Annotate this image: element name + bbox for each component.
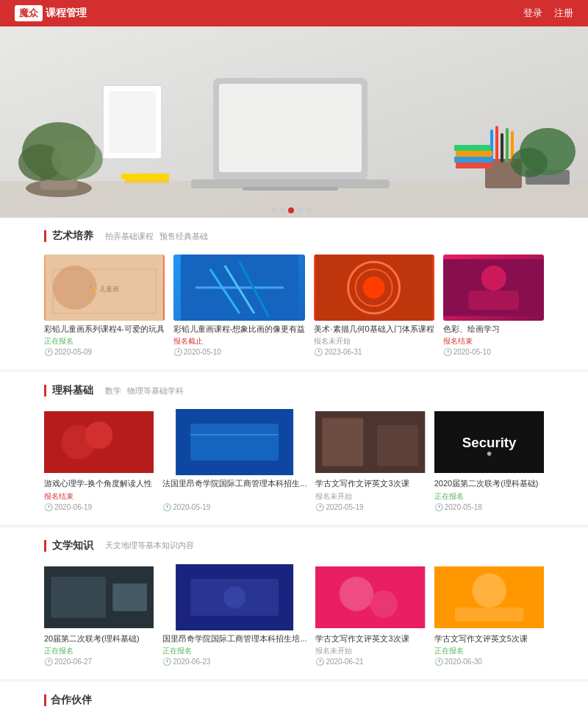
lit-card-1-date: 🕐2020-06-23 [162, 658, 306, 666]
svg-point-46 [363, 277, 385, 299]
login-link[interactable]: 登录 [523, 7, 542, 20]
art-card-3-status: 报名结束 [443, 336, 544, 346]
science-tag-1[interactable]: 物理等基础学科 [127, 385, 184, 396]
hero-banner [0, 26, 588, 218]
lit-card-3-img [434, 564, 544, 630]
clock-icon-8: 🕐 [44, 658, 53, 666]
lit-card-2-img [315, 564, 425, 630]
art-tag-0[interactable]: 拍弄基础课程 [105, 231, 154, 242]
art-card-1[interactable]: 彩铅儿童画课程-想象比画的像更有益 报名截止 🕐2020-05-10 [173, 255, 306, 356]
literature-section-header: 文学知识 天文地理等基本知识内容 [44, 535, 544, 557]
register-link[interactable]: 注册 [554, 7, 573, 20]
clock-icon-6: 🕐 [315, 503, 324, 511]
lit-card-3[interactable]: 学古文写作文评英文5次课 正在报名 🕐2020-06-30 [434, 564, 544, 666]
science-card-1[interactable]: 法国里昂奇学院国际工商管理本科招生... 🕐2020-05-19 [162, 409, 306, 511]
science-card-3[interactable]: Security 2020届第二次联考(理科基础) 正在报名 🕐2020-05-… [434, 409, 544, 511]
science-card-0-date: 🕐2020-06-19 [44, 503, 154, 511]
svg-rect-18 [506, 128, 509, 163]
art-card-0[interactable]: ✏️ 儿童画 彩铅儿童画系列课程4-可爱的玩具 正在报名 🕐2020-05-09 [44, 255, 165, 356]
svg-rect-17 [501, 133, 503, 163]
art-card-0-title: 彩铅儿童画系列课程4-可爱的玩具 [44, 324, 165, 335]
science-cards-grid: 游戏心理学-换个角度解读人性 报名结束 🕐2020-06-19 法国里昂奇学院国… [44, 409, 544, 511]
lit-card-0[interactable]: 20届第二次联考(理科基础) 正在报名 🕐2020-06-27 [44, 564, 154, 666]
clock-icon-2: 🕐 [314, 348, 323, 356]
hero-illustration [0, 26, 588, 218]
logo-badge: 魔众 [15, 5, 43, 21]
header-nav: 登录 注册 [523, 7, 573, 20]
science-card-0-title: 游戏心理学-换个角度解读人性 [44, 478, 154, 489]
art-card-2-date: 🕐2023-06-31 [314, 348, 434, 356]
science-card-1-date: 🕐2020-05-19 [162, 503, 306, 511]
svg-point-30 [279, 207, 285, 213]
svg-point-32 [297, 207, 303, 213]
literature-cards-grid: 20届第二次联考(理科基础) 正在报名 🕐2020-06-27 国里昂奇学院国际… [44, 564, 544, 666]
art-tag-1[interactable]: 预售经典基础 [159, 231, 208, 242]
svg-rect-64 [112, 583, 147, 611]
logo[interactable]: 魔众 课程管理 [15, 5, 87, 21]
science-card-3-status: 正在报名 [434, 491, 544, 502]
svg-rect-11 [219, 84, 362, 172]
art-cards-grid: ✏️ 儿童画 彩铅儿童画系列课程4-可爱的玩具 正在报名 🕐2020-05-09… [44, 255, 544, 356]
science-card-2-date: 🕐2020-05-19 [315, 503, 425, 511]
svg-text:✏️ 儿童画: ✏️ 儿童画 [90, 285, 120, 294]
svg-point-72 [472, 573, 506, 608]
science-card-3-title: 2020届第二次联考(理科基础) [434, 478, 544, 489]
literature-title-bar [44, 540, 46, 552]
science-title: 理科基础 [52, 384, 93, 397]
svg-rect-8 [109, 91, 156, 153]
science-tag-0[interactable]: 数学 [105, 385, 121, 396]
lit-card-1-title: 国里昂奇学院国际工商管理本科招生培... [162, 633, 306, 644]
header: 魔众 课程管理 登录 注册 [0, 0, 588, 26]
art-card-2-title: 美术·素描几何0基础入门体系课程 [314, 324, 434, 335]
science-card-1-status [162, 491, 306, 502]
svg-rect-49 [468, 291, 519, 310]
svg-point-26 [511, 148, 548, 177]
science-card-1-title: 法国里昂奇学院国际工商管理本科招生... [162, 478, 306, 489]
lit-card-0-date: 🕐2020-06-27 [44, 658, 154, 666]
svg-rect-28 [121, 174, 169, 179]
science-card-0[interactable]: 游戏心理学-换个角度解读人性 报名结束 🕐2020-06-19 [44, 409, 154, 511]
svg-rect-23 [454, 145, 491, 151]
art-card-3-img [443, 255, 544, 321]
clock-icon-11: 🕐 [434, 658, 443, 666]
clock-icon-3: 🕐 [443, 348, 452, 356]
clock-icon-10: 🕐 [315, 658, 324, 666]
svg-rect-73 [455, 608, 523, 622]
clock-icon-7: 🕐 [434, 503, 443, 511]
lit-card-3-title: 学古文写作文评英文5次课 [434, 633, 544, 644]
science-card-2[interactable]: 学古文写作文评英文3次课 报名未开始 🕐2020-05-19 [315, 409, 425, 511]
art-card-3[interactable]: 色彩、绘画学习 报名结束 🕐2020-05-10 [443, 255, 544, 356]
lit-card-1[interactable]: 国里昂奇学院国际工商管理本科招生培... 正在报名 🕐2020-06-23 [162, 564, 306, 666]
svg-rect-54 [190, 424, 279, 460]
art-card-1-status: 报名截止 [173, 336, 306, 346]
art-section: 艺术培养 拍弄基础课程 预售经典基础 ✏️ 儿童画 彩铅儿童画系列课程4-可爱的… [0, 218, 588, 369]
svg-point-69 [340, 577, 374, 611]
art-card-2-img [314, 255, 434, 321]
art-card-1-title: 彩铅儿童画课程-想象比画的像更有益 [173, 324, 306, 335]
svg-rect-22 [456, 151, 492, 157]
literature-section: 文学知识 天文地理等基本知识内容 20届第二次联考(理科基础) 正在报名 🕐20… [0, 527, 588, 679]
art-card-2[interactable]: 美术·素描几何0基础入门体系课程 报名未开始 🕐2023-06-31 [314, 255, 434, 356]
svg-point-33 [306, 207, 312, 213]
science-title-bar [44, 385, 46, 396]
science-card-2-title: 学古文写作文评英文3次课 [315, 478, 425, 489]
lit-card-1-img [162, 564, 306, 630]
art-card-3-title: 色彩、绘画学习 [443, 324, 544, 335]
svg-point-48 [481, 266, 506, 291]
science-card-3-date: 🕐2020-05-18 [434, 503, 544, 511]
svg-point-52 [85, 421, 112, 449]
svg-text:Security: Security [462, 435, 517, 450]
svg-point-61 [487, 452, 492, 456]
lit-card-0-img [44, 564, 154, 630]
science-card-2-img [315, 409, 425, 475]
literature-tag-0[interactable]: 天文地理等基本知识内容 [105, 540, 194, 551]
lit-card-2[interactable]: 学古文写作文评英文3次课 报名未开始 🕐2020-06-21 [315, 564, 425, 666]
science-card-0-status: 报名结束 [44, 491, 154, 502]
clock-icon-9: 🕐 [162, 658, 171, 666]
hero-bg [0, 26, 588, 218]
art-title-bar [44, 230, 46, 242]
svg-rect-21 [454, 157, 491, 163]
literature-tags: 天文地理等基本知识内容 [105, 540, 194, 551]
partners-section: 合作伙伴 魔众 活动报名 new 魔众 人才招聘 new 魔众 题库系统 魔众 … [0, 682, 588, 715]
lit-card-2-status: 报名未开始 [315, 646, 425, 656]
